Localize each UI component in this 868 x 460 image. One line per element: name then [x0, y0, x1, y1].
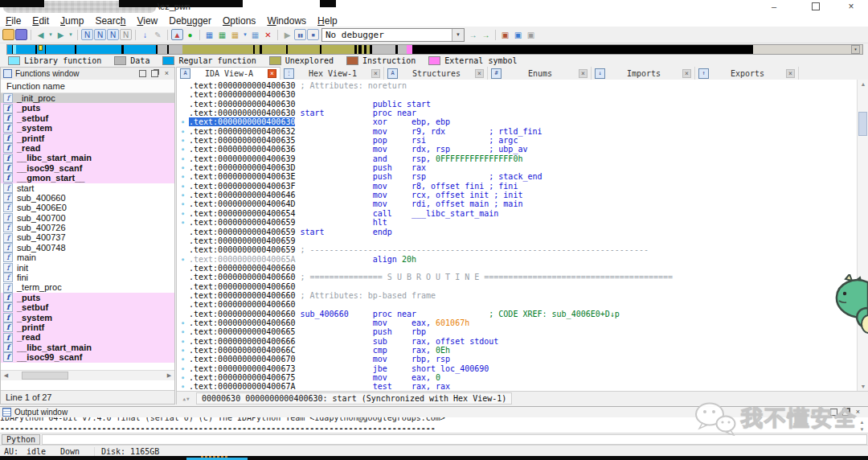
tab-close-icon[interactable]: ×	[786, 69, 795, 78]
disassembly-line[interactable]: .text:0000000000400675 mov eax, 0	[177, 373, 857, 382]
disassembly-line[interactable]: .text:0000000000400659 hlt	[177, 218, 857, 227]
navband-menu-button[interactable]: ▾	[851, 45, 860, 54]
function-list-item[interactable]: f_printf	[1, 133, 174, 143]
chart-flow-icon[interactable]: ▦	[203, 29, 215, 40]
disassembly-line[interactable]: .text:000000000040063E push rsp ; stack_…	[177, 172, 857, 181]
demangle-icon[interactable]: N	[107, 29, 119, 40]
tab-enums[interactable]: #Enums×	[488, 67, 592, 80]
disassembly-line[interactable]: .text:0000000000400660 mov eax, 601067h	[177, 318, 857, 327]
disassembly-line[interactable]: .text:0000000000400660	[177, 264, 857, 273]
scroll-right-icon[interactable]: ▶	[165, 372, 174, 380]
function-list-item[interactable]: fsub_4006E0	[1, 203, 174, 212]
disassembly-line[interactable]: .text:0000000000400646 mov rcx, offset i…	[177, 191, 857, 199]
chart-custom-icon[interactable]: ▼	[242, 29, 248, 40]
function-list-item[interactable]: f__isoc99_scanf	[1, 163, 174, 173]
step-into-icon[interactable]: →	[467, 29, 479, 40]
function-list-item[interactable]: f__gmon_start__	[1, 173, 174, 183]
disassembly-line[interactable]: .text:0000000000400639 and rsp, 0FFFFFFF…	[177, 154, 857, 163]
function-list-item[interactable]: f_puts	[1, 103, 174, 113]
disassembly-line[interactable]: .text:000000000040063F mov r8, offset fi…	[177, 182, 857, 191]
tab-close-icon[interactable]: ×	[475, 69, 484, 78]
maximize-button[interactable]	[802, 0, 829, 14]
function-list-item[interactable]: f_system	[1, 313, 174, 322]
disassembly-line[interactable]: .text:0000000000400659	[177, 236, 857, 245]
function-list-item[interactable]: f__libc_start_main	[1, 153, 174, 162]
edit-disabled-icon[interactable]: ✎	[152, 29, 164, 40]
function-list-item[interactable]: f_init_proc	[1, 93, 174, 103]
function-list-item[interactable]: finit	[1, 263, 174, 273]
panel-close-icon[interactable]: ×	[854, 409, 862, 416]
function-list-item[interactable]: f_setbuf	[1, 302, 174, 312]
disassembly-line[interactable]: .text:000000000040063D push rax	[177, 163, 857, 172]
menu-view[interactable]: View	[131, 15, 163, 27]
function-list-item[interactable]: f__libc_start_main	[1, 343, 174, 352]
functions-hscrollbar[interactable]: ◀ ▶	[1, 370, 174, 380]
disassembly-line[interactable]: .text:0000000000400673 jbe short loc_400…	[177, 364, 857, 373]
disassembly-line[interactable]: .text:0000000000400660 ; ===============…	[177, 273, 857, 281]
nav-forward-dropdown-icon[interactable]: ▼	[68, 29, 74, 40]
disassembly-line[interactable]: .text:0000000000400630 public start	[177, 100, 857, 109]
menu-debugger[interactable]: Debugger	[163, 15, 217, 27]
breakpoint-list-icon[interactable]: ▣	[499, 29, 511, 40]
disassembly-line[interactable]: .text:0000000000400654 call ___libc_star…	[177, 209, 857, 218]
disassembly-line[interactable]: .text:000000000040067A test rax, rax	[177, 382, 857, 391]
step-over-icon[interactable]: →	[480, 29, 492, 40]
menu-search[interactable]: Search	[89, 15, 131, 27]
menu-edit[interactable]: Edit	[27, 15, 55, 27]
disassembly-line[interactable]: .text:0000000000400665 push rbp	[177, 327, 857, 336]
panel-float-icon[interactable]	[842, 409, 850, 416]
panel-float-icon[interactable]	[151, 70, 158, 77]
graph-view-icon[interactable]: ▲	[171, 29, 183, 40]
debugger-select[interactable]: No debugger▼	[321, 28, 465, 42]
disassembly-line[interactable]: .text:0000000000400660	[177, 282, 857, 291]
debug-play-icon[interactable]: ▶	[281, 29, 293, 40]
tab-close-icon[interactable]: ×	[682, 69, 691, 78]
function-list-item[interactable]: f_system	[1, 123, 174, 133]
save-icon[interactable]	[15, 29, 27, 40]
tab-exports[interactable]: ↑Exports×	[695, 67, 799, 80]
tab-structures[interactable]: AStructures×	[384, 67, 488, 80]
disassembly-line[interactable]: .text:000000000040065A align 20h	[177, 255, 857, 264]
disassembly-scrollbar[interactable]: ▲ ▼	[857, 80, 868, 392]
debug-pause-icon[interactable]: ▮▮	[294, 29, 306, 40]
function-list-item[interactable]: f__isoc99_scanf	[1, 352, 174, 362]
menu-windows[interactable]: Windows	[261, 15, 312, 27]
disassembly-line[interactable]: .text:0000000000400660 ; Attributes: bp-…	[177, 291, 857, 300]
function-list-item[interactable]: ffini	[1, 273, 174, 282]
breakpoint-del-icon[interactable]: ▣	[525, 29, 537, 40]
function-list-item[interactable]: f_read	[1, 143, 174, 153]
tab-close-icon[interactable]: ×	[579, 69, 588, 78]
python-input[interactable]	[42, 434, 867, 445]
tab-close-icon[interactable]: ×	[268, 69, 276, 78]
rename-prefix-icon[interactable]: N	[94, 29, 106, 40]
function-list-item[interactable]: fsub_400700	[1, 213, 174, 223]
disassembly-line[interactable]: .text:0000000000400632 mov r9, rdx ; rtl…	[177, 127, 857, 136]
minimize-button[interactable]: –	[760, 0, 788, 14]
disassembly-line[interactable]: .text:0000000000400659 ; ---------------…	[177, 245, 857, 254]
menu-jump[interactable]: Jump	[55, 15, 89, 27]
disassembly-line[interactable]: .text:0000000000400666 sub rax, offset s…	[177, 337, 857, 346]
function-list-item[interactable]: fstart	[1, 183, 174, 193]
function-name-header[interactable]: Function name	[1, 80, 174, 93]
menu-options[interactable]: Options	[217, 15, 261, 27]
python-button[interactable]: Python	[2, 434, 40, 445]
function-list-item[interactable]: fsub_400748	[1, 243, 174, 253]
disassembly-line[interactable]: .text:0000000000400630	[177, 90, 857, 99]
scrollbar-thumb[interactable]	[22, 372, 68, 380]
tab-hex-view-1[interactable]: ⋮Hex View-1×	[280, 67, 384, 80]
disassembly-line[interactable]: .text:0000000000400636 mov rdx, rsp ; ub…	[177, 145, 857, 154]
debug-stop-icon[interactable]: ■	[307, 29, 319, 40]
function-list-item[interactable]: f_term_proc	[1, 282, 174, 292]
open-file-icon[interactable]	[2, 29, 14, 40]
disassembly-line[interactable]: .text:000000000040064D mov rdi, offset m…	[177, 199, 857, 208]
function-list-item[interactable]: f_setbuf	[1, 113, 174, 123]
breakpoint-add-icon[interactable]: ▣	[512, 29, 524, 40]
jump-address-icon[interactable]: ↓	[139, 29, 151, 40]
panel-restore-icon[interactable]	[830, 409, 837, 416]
close-button[interactable]: ×	[837, 0, 865, 14]
function-list-item[interactable]: fsub_400726	[1, 223, 174, 232]
rename-icon[interactable]: N	[81, 29, 93, 40]
disassembly-line[interactable]: .text:0000000000400660 sub_400660 proc n…	[177, 310, 857, 318]
close-graph-icon[interactable]: ✕	[262, 29, 274, 40]
function-list-item[interactable]: fsub_400737	[1, 232, 174, 242]
